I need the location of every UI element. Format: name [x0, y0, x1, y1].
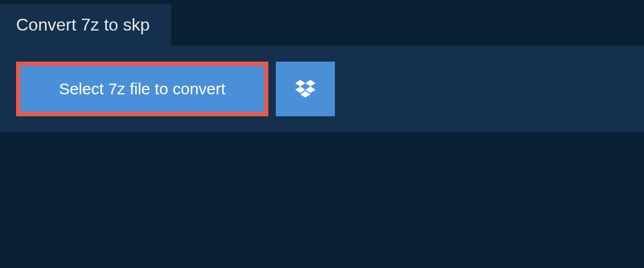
svg-marker-1 [305, 80, 316, 86]
tab-title: Convert 7z to skp [16, 15, 150, 34]
select-file-button[interactable]: Select 7z file to convert [16, 62, 268, 116]
select-file-label: Select 7z file to convert [59, 80, 225, 98]
dropbox-button[interactable] [276, 62, 335, 116]
svg-marker-0 [295, 80, 305, 86]
active-tab: Convert 7z to skp [0, 4, 171, 46]
dropbox-icon [295, 80, 316, 98]
button-row: Select 7z file to convert [16, 62, 628, 116]
conversion-panel: Select 7z file to convert [0, 46, 644, 132]
